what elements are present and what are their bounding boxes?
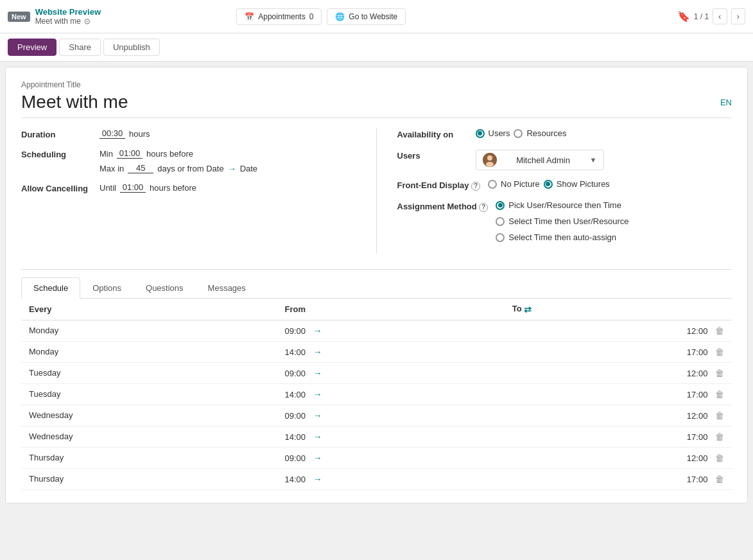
from-cell: 14:00 →	[277, 341, 505, 362]
tabs-section: Schedule Options Questions Messages Ever…	[21, 269, 732, 490]
tab-options[interactable]: Options	[80, 277, 134, 298]
trash-icon[interactable]: 🗑	[715, 453, 724, 463]
prev-button[interactable]: ‹	[713, 8, 727, 24]
from-cell: 09:00 →	[277, 320, 505, 341]
topbar-center: 📅 Appointments 0 🌐 Go to Website	[236, 8, 406, 25]
to-cell: 12:00 🗑	[505, 447, 732, 468]
table-row: Monday 09:00 → 12:00 🗑	[21, 320, 732, 341]
appointment-title-row: Meet with me EN	[21, 92, 732, 118]
share-button[interactable]: Share	[59, 39, 101, 56]
row-arrow-icon: →	[313, 326, 322, 336]
trash-icon[interactable]: 🗑	[715, 347, 724, 357]
scheduling-min-input[interactable]: 01:00	[117, 148, 143, 159]
table-row: Wednesday 09:00 → 12:00 🗑	[21, 405, 732, 426]
assignment-method-row: Assignment Method ? Pick User/Resource t…	[397, 200, 732, 245]
to-cell: 12:00 🗑	[505, 362, 732, 383]
allow-cancelling-until-label: Until	[100, 183, 116, 193]
users-radio[interactable]	[476, 129, 485, 138]
availability-row: Availability on Users Resources	[397, 128, 732, 141]
trash-icon[interactable]: 🗑	[715, 474, 724, 484]
to-cell: 17:00 🗑	[505, 426, 732, 447]
assignment-opt3-radio[interactable]	[496, 233, 505, 242]
assignment-help-icon[interactable]: ?	[479, 203, 488, 212]
trash-icon[interactable]: 🗑	[715, 410, 724, 421]
no-picture-radio[interactable]	[488, 180, 497, 189]
show-pictures-label: Show Pictures	[557, 179, 610, 189]
to-cell: 17:00 🗑	[505, 341, 732, 362]
table-row: Monday 14:00 → 17:00 🗑	[21, 341, 732, 362]
to-cell: 12:00 🗑	[505, 320, 732, 341]
duration-input[interactable]: 00:30	[100, 128, 125, 139]
from-cell: 09:00 →	[277, 362, 505, 383]
schedule-table: Every From To ⇄ Monday 09:00 → 12:00 🗑 M…	[21, 299, 732, 490]
assignment-opt2-radio[interactable]	[496, 217, 505, 226]
gear-icon[interactable]: ⚙	[83, 17, 91, 26]
availability-users-option[interactable]: Users	[476, 128, 510, 138]
next-button[interactable]: ›	[731, 8, 745, 24]
assignment-opt2-option[interactable]: Select Time then User/Resource	[496, 216, 628, 226]
no-picture-label: No Picture	[501, 179, 540, 189]
table-row: Tuesday 14:00 → 17:00 🗑	[21, 383, 732, 405]
scheduling-min-suffix: hours before	[146, 149, 193, 159]
scheduling-max-input[interactable]: 45	[128, 163, 153, 173]
row-arrow-icon: →	[313, 368, 322, 378]
form-left: Duration 00:30 hours Scheduling Min 01:0…	[21, 128, 377, 254]
bookmark-icon: 🔖	[677, 10, 690, 22]
svg-point-2	[486, 162, 494, 167]
scheduling-value: Min 01:00 hours before	[100, 148, 193, 159]
tab-schedule[interactable]: Schedule	[21, 277, 80, 299]
scheduling-date: Date	[240, 164, 257, 173]
assignment-opt1-option[interactable]: Pick User/Resource then Time	[496, 200, 621, 210]
from-cell: 14:00 →	[277, 468, 505, 489]
tab-messages[interactable]: Messages	[196, 277, 258, 298]
preview-button[interactable]: Preview	[8, 39, 56, 56]
day-cell: Tuesday	[21, 362, 277, 383]
from-cell: 09:00 →	[277, 405, 505, 426]
tabs: Schedule Options Questions Messages	[21, 277, 732, 299]
to-cell: 17:00 🗑	[505, 468, 732, 489]
avatar-image	[483, 153, 497, 167]
trash-icon[interactable]: 🗑	[715, 368, 724, 378]
show-pictures-option[interactable]: Show Pictures	[544, 179, 610, 189]
duration-row: Duration 00:30 hours	[21, 128, 356, 139]
col-from: From	[277, 299, 505, 320]
availability-resources-option[interactable]: Resources	[514, 128, 566, 138]
assignment-opt1-radio[interactable]	[496, 201, 505, 210]
allow-cancelling-input[interactable]: 01:00	[120, 182, 146, 193]
day-cell: Monday	[21, 341, 277, 362]
appointments-label: Appointments	[258, 12, 305, 21]
frontend-display-row: Front-End Display ? No Picture Show Pict…	[397, 179, 732, 191]
appointments-button[interactable]: 📅 Appointments 0	[236, 8, 322, 25]
frontend-help-icon[interactable]: ?	[471, 182, 480, 191]
appointments-count: 0	[309, 12, 314, 21]
scheduling-arrow: →	[228, 164, 236, 173]
from-cell: 09:00 →	[277, 447, 505, 468]
scheduling-max-label: Max in	[100, 164, 124, 173]
sort-icon[interactable]: ⇄	[524, 304, 532, 315]
language-button[interactable]: EN	[720, 98, 732, 107]
row-arrow-icon: →	[313, 453, 322, 463]
website-preview-label[interactable]: Website Preview	[35, 7, 101, 17]
meet-with-me-subtitle: Meet with me	[35, 17, 81, 26]
allow-cancelling-label: Allow Cancelling	[21, 182, 92, 193]
day-cell: Tuesday	[21, 383, 277, 405]
no-picture-option[interactable]: No Picture	[488, 179, 540, 189]
unpublish-button[interactable]: Unpublish	[103, 39, 160, 56]
show-pictures-radio[interactable]	[544, 180, 553, 189]
go-to-website-button[interactable]: 🌐 Go to Website	[327, 8, 406, 25]
trash-icon[interactable]: 🗑	[715, 432, 724, 442]
assignment-opt3-option[interactable]: Select Time then auto-assign	[496, 232, 616, 242]
users-value: Mitchell Admin	[516, 155, 570, 165]
row-arrow-icon: →	[313, 410, 322, 421]
scheduling-label: Scheduling	[21, 148, 92, 159]
col-every: Every	[21, 299, 277, 320]
users-select[interactable]: Mitchell Admin ▼	[476, 150, 604, 170]
resources-radio[interactable]	[514, 129, 523, 138]
users-row: Users Mitchell Admin ▼	[397, 150, 732, 170]
day-cell: Wednesday	[21, 426, 277, 447]
assignment-opt3-label: Select Time then auto-assign	[508, 232, 616, 242]
tab-questions[interactable]: Questions	[134, 277, 196, 298]
trash-icon[interactable]: 🗑	[715, 389, 724, 399]
from-cell: 14:00 →	[277, 426, 505, 447]
trash-icon[interactable]: 🗑	[715, 326, 724, 336]
